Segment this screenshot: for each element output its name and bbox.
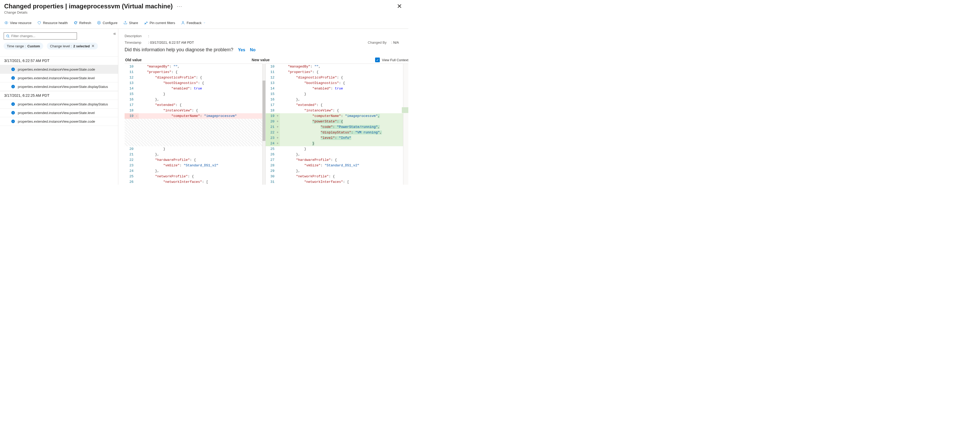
chip-label: Time range : xyxy=(7,44,26,48)
chip-clear-icon[interactable]: ✕ xyxy=(91,44,95,48)
pin-icon xyxy=(144,21,148,25)
feedback-yes[interactable]: Yes xyxy=(238,48,245,52)
chevron-down-icon xyxy=(203,21,206,25)
configure-button[interactable]: Configure xyxy=(97,21,117,25)
feedback-no[interactable]: No xyxy=(250,48,256,52)
toolbar-label: Feedback xyxy=(187,21,202,25)
diff-old-pane: 10 "managedBy": "",11 "properties": {12 … xyxy=(125,63,262,185)
change-item[interactable]: properties.extended.instanceView.powerSt… xyxy=(0,109,118,117)
svg-point-0 xyxy=(6,22,7,23)
toolbar-label: Share xyxy=(129,21,138,25)
meta-key: Changed By xyxy=(368,41,391,44)
change-item-label: properties.extended.instanceView.powerSt… xyxy=(18,85,108,89)
sidebar: « Time range : Custom Change level : 2 s… xyxy=(0,29,118,185)
minimap[interactable] xyxy=(403,63,408,185)
info-icon xyxy=(11,111,15,115)
info-icon xyxy=(11,67,15,71)
meta-value: : xyxy=(148,34,149,38)
diff-new-header: New value xyxy=(249,56,375,63)
change-item-label: properties.extended.instanceView.powerSt… xyxy=(18,111,95,115)
meta-key: Timestamp xyxy=(125,41,148,44)
filter-input-wrap[interactable] xyxy=(4,32,77,40)
change-item[interactable]: properties.extended.instanceView.powerSt… xyxy=(0,100,118,109)
change-item[interactable]: properties.extended.instanceView.powerSt… xyxy=(0,82,118,91)
chip-label: Change level : xyxy=(50,44,72,48)
eye-icon xyxy=(4,21,8,25)
share-icon xyxy=(123,21,127,25)
view-resource-button[interactable]: View resource xyxy=(4,21,32,25)
change-item[interactable]: properties.extended.instanceView.powerSt… xyxy=(0,117,118,126)
toolbar-label: Pin current filters xyxy=(150,21,175,25)
svg-point-1 xyxy=(99,22,99,23)
page-title: Changed properties | imageprocessvm (Vir… xyxy=(4,3,173,10)
group-header: 3/17/2021, 6:22:25 AM PDT xyxy=(0,91,118,100)
time-range-chip[interactable]: Time range : Custom xyxy=(4,43,43,49)
toolbar-label: Refresh xyxy=(79,21,91,25)
search-icon xyxy=(6,34,10,38)
meta-key: Description xyxy=(125,34,148,38)
scrollbar[interactable] xyxy=(262,63,266,185)
feedback-button[interactable]: Feedback xyxy=(181,21,206,25)
resource-health-button[interactable]: Resource health xyxy=(37,21,68,25)
pin-button[interactable]: Pin current filters xyxy=(144,21,175,25)
view-full-context-label: View Full Context xyxy=(382,58,408,62)
change-item-label: properties.extended.instanceView.powerSt… xyxy=(18,76,95,80)
change-level-chip[interactable]: Change level : 2 selected ✕ xyxy=(47,43,98,49)
person-icon xyxy=(181,21,185,25)
change-item-label: properties.extended.instanceView.powerSt… xyxy=(18,119,95,124)
change-item-label: properties.extended.instanceView.powerSt… xyxy=(18,102,108,106)
info-icon xyxy=(11,76,15,80)
view-full-context-checkbox[interactable]: ✓ xyxy=(375,57,380,62)
refresh-button[interactable]: Refresh xyxy=(73,21,91,25)
diff-old-header: Old value xyxy=(125,56,249,63)
collapse-icon[interactable]: « xyxy=(113,31,116,36)
toolbar-label: View resource xyxy=(10,21,32,25)
more-icon[interactable]: ··· xyxy=(177,4,183,9)
info-icon xyxy=(11,84,15,89)
chip-value: 2 selected xyxy=(73,44,90,48)
toolbar-label: Resource health xyxy=(43,21,68,25)
meta-value: : N/A xyxy=(391,41,399,44)
gear-icon xyxy=(97,21,101,25)
toolbar: View resource Resource health Refresh Co… xyxy=(0,17,408,29)
svg-point-2 xyxy=(182,21,183,23)
meta-value: : 03/17/2021, 6:22:57 AM PDT xyxy=(148,41,194,44)
change-item-label: properties.extended.instanceView.powerSt… xyxy=(18,68,95,71)
share-button[interactable]: Share xyxy=(123,21,138,25)
change-item[interactable]: properties.extended.instanceView.powerSt… xyxy=(0,65,118,74)
info-icon xyxy=(11,102,15,106)
feedback-question: Did this information help you diagnose t… xyxy=(125,47,233,52)
page-subtitle: Change Details xyxy=(4,11,404,14)
refresh-icon xyxy=(73,21,78,25)
chip-value: Custom xyxy=(27,44,40,48)
change-item[interactable]: properties.extended.instanceView.powerSt… xyxy=(0,74,118,82)
close-icon[interactable]: ✕ xyxy=(395,3,404,10)
filter-input[interactable] xyxy=(11,34,75,38)
diff-new-pane: 10 "managedBy": "",11 "properties": {12 … xyxy=(266,63,403,185)
heart-icon xyxy=(37,21,41,25)
info-icon xyxy=(11,119,15,124)
group-header: 3/17/2021, 6:22:57 AM PDT xyxy=(0,56,118,65)
svg-point-3 xyxy=(6,35,9,37)
toolbar-label: Configure xyxy=(103,21,117,25)
